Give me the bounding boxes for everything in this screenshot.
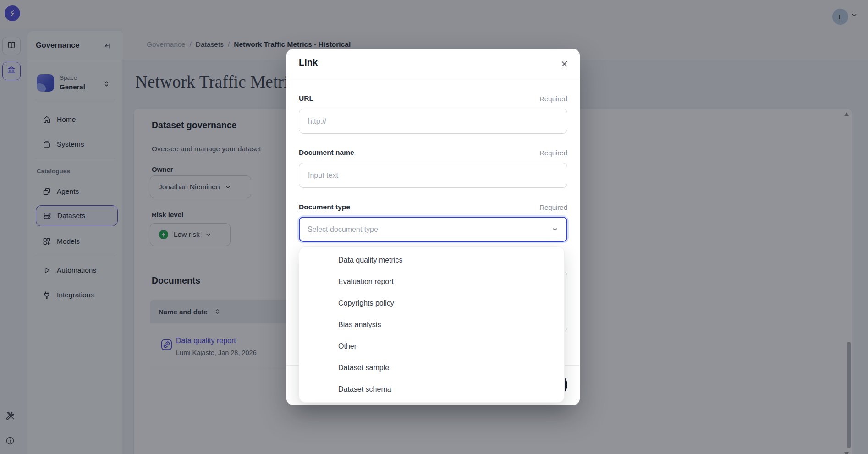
required-badge: Required <box>539 95 567 103</box>
app-window: L Governance Space General <box>0 0 868 454</box>
dropdown-option[interactable]: Copyrights policy <box>299 292 564 314</box>
chevron-down-icon <box>551 226 559 233</box>
dropdown-option[interactable]: Other <box>299 335 564 357</box>
dropdown-option[interactable]: Dataset schema <box>299 378 564 400</box>
document-name-label: Document name <box>299 148 354 157</box>
url-label: URL <box>299 94 313 103</box>
document-type-dropdown: Data quality metrics Evaluation report C… <box>299 246 565 403</box>
document-type-select[interactable]: Select document type <box>299 217 567 242</box>
dropdown-option[interactable]: Bias analysis <box>299 314 564 335</box>
document-type-field-header: Document type Required <box>299 202 567 212</box>
dropdown-option[interactable]: Dataset sample <box>299 357 564 378</box>
document-name-input[interactable] <box>299 163 567 188</box>
dropdown-option[interactable]: Evaluation report <box>299 271 564 292</box>
required-badge: Required <box>539 203 567 211</box>
url-field-header: URL Required <box>299 94 567 103</box>
modal-header: Link <box>286 49 580 77</box>
document-type-placeholder: Select document type <box>308 225 378 234</box>
document-name-field-header: Document name Required <box>299 148 567 157</box>
modal-title: Link <box>299 57 318 68</box>
dropdown-option[interactable]: Data quality metrics <box>299 249 564 271</box>
required-badge: Required <box>539 149 567 157</box>
url-input[interactable] <box>299 109 567 134</box>
document-type-label: Document type <box>299 203 350 211</box>
close-icon[interactable] <box>559 58 570 69</box>
